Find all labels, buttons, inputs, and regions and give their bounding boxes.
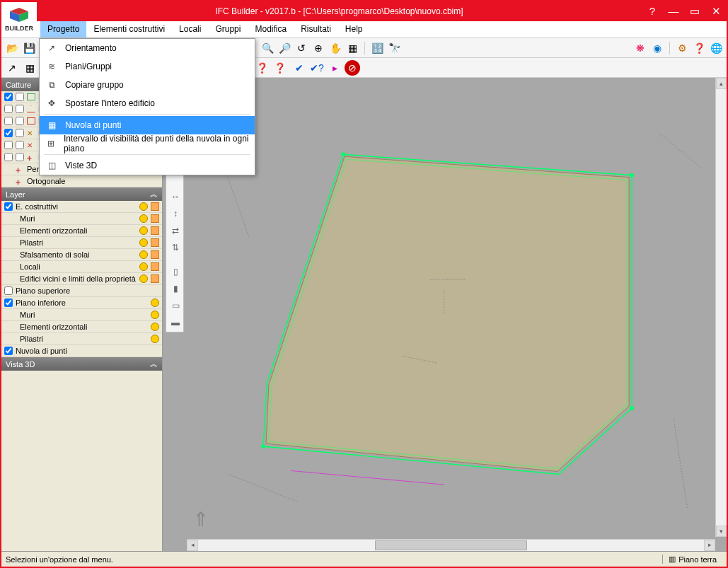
- layer-cube-icon[interactable]: [151, 238, 159, 247]
- dropdown-item[interactable]: ≋Piani/Gruppi: [40, 57, 255, 76]
- dropdown-item[interactable]: ↗Orientamento: [40, 39, 255, 57]
- catture-checkbox-a[interactable]: [4, 153, 13, 161]
- menu-help[interactable]: Help: [338, 21, 370, 37]
- pan-button[interactable]: ✋: [328, 40, 343, 56]
- layer-row[interactable]: Muri: [1, 213, 162, 225]
- layer-row[interactable]: Piano superiore: [1, 285, 162, 297]
- catture-checkbox-b[interactable]: [16, 141, 24, 149]
- viewport-tool-button[interactable]: ⇄: [168, 224, 183, 238]
- visibility-dot-icon[interactable]: [151, 311, 159, 319]
- layer-row[interactable]: Edifici vicini e limiti della proprietà: [1, 273, 162, 285]
- catture-checkbox-a[interactable]: [4, 117, 13, 125]
- catture-checkbox-a[interactable]: [4, 105, 13, 113]
- viewport-tool-button[interactable]: ↕: [168, 207, 183, 221]
- menu-risultati[interactable]: Risultati: [294, 21, 338, 37]
- dropdown-item[interactable]: ⊞Intervallo di visibilità dei punti dell…: [40, 134, 255, 153]
- zoom-extents-button[interactable]: ⊕: [311, 40, 326, 56]
- save-button[interactable]: 💾: [21, 40, 37, 56]
- layers-button[interactable]: ▦: [22, 60, 37, 76]
- layer-row[interactable]: Nuvola di punti: [1, 345, 162, 357]
- dropdown-item[interactable]: ✥Spostare l'intero edificio: [40, 94, 255, 112]
- floor-indicator[interactable]: ▥ Piano terra: [662, 555, 722, 564]
- layer-header[interactable]: Layer︽: [1, 187, 162, 201]
- orient-button[interactable]: ↗: [4, 60, 20, 76]
- flag-button[interactable]: ▸: [327, 60, 342, 76]
- catture-checkbox-b[interactable]: [16, 105, 24, 113]
- qmark2-button[interactable]: ❓: [272, 60, 287, 76]
- catture-checkbox-a[interactable]: [4, 141, 13, 149]
- catture-checkbox-b[interactable]: [16, 117, 24, 125]
- drawing-canvas[interactable]: ⇑: [187, 78, 715, 537]
- layer-cube-icon[interactable]: [151, 214, 159, 223]
- visibility-dot-icon[interactable]: [151, 335, 159, 343]
- layer-cube-icon[interactable]: [151, 202, 159, 211]
- visibility-dot-icon[interactable]: [139, 262, 148, 271]
- vista3d-header[interactable]: Vista 3D︽: [1, 357, 162, 371]
- scroll-right-icon[interactable]: ▸: [704, 540, 715, 551]
- scroll-track[interactable]: [198, 540, 704, 551]
- viewport-tool-button[interactable]: ▮: [168, 282, 183, 296]
- visibility-dot-icon[interactable]: [151, 299, 159, 307]
- layer-cube-icon[interactable]: [151, 262, 159, 271]
- scroll-thumb[interactable]: [375, 540, 527, 550]
- check-q-button[interactable]: ✔?: [309, 60, 325, 76]
- catture-checkbox-b[interactable]: [16, 153, 24, 161]
- visibility-dot-icon[interactable]: [151, 323, 159, 331]
- qmark1-button[interactable]: ❓: [254, 60, 270, 76]
- find-button[interactable]: 🔭: [386, 40, 402, 56]
- layer-row[interactable]: Pilastri: [1, 237, 162, 249]
- minimize-button[interactable]: —: [663, 1, 684, 21]
- scrollbar-horizontal[interactable]: ◂ ▸: [187, 539, 715, 551]
- dropdown-item[interactable]: ◫Viste 3D: [40, 156, 255, 175]
- open-button[interactable]: 📂: [4, 40, 20, 56]
- visibility-dot-icon[interactable]: [139, 250, 148, 259]
- catture-checkbox-a[interactable]: [4, 129, 13, 137]
- menu-gruppi[interactable]: Gruppi: [208, 21, 248, 37]
- catture-checkbox-a[interactable]: [4, 93, 13, 101]
- menu-modifica[interactable]: Modifica: [248, 21, 294, 37]
- titlebar-help-button[interactable]: ?: [642, 1, 663, 21]
- config-b-button[interactable]: ◉: [649, 40, 665, 56]
- viewport-tool-button[interactable]: ⇅: [168, 240, 183, 255]
- layer-row[interactable]: E. costruttivi: [1, 201, 162, 213]
- menu-locali[interactable]: Locali: [172, 21, 208, 37]
- layer-cube-icon[interactable]: [151, 274, 159, 283]
- layer-checkbox[interactable]: [4, 347, 13, 355]
- visibility-dot-icon[interactable]: [139, 214, 148, 223]
- visibility-dot-icon[interactable]: [139, 226, 148, 235]
- maximize-button[interactable]: ▭: [684, 1, 705, 21]
- layer-row[interactable]: Pilastri: [1, 333, 162, 345]
- settings-button[interactable]: ⚙: [674, 40, 690, 56]
- help-button[interactable]: ❓: [691, 40, 707, 56]
- viewport-tool-button[interactable]: ▭: [168, 299, 183, 313]
- viewport-tool-button[interactable]: ▯: [168, 265, 183, 279]
- layer-row[interactable]: Elementi orizzontali: [1, 321, 162, 333]
- web-button[interactable]: 🌐: [708, 40, 724, 56]
- refresh-zoom-button[interactable]: ↺: [294, 40, 309, 56]
- menu-elementi[interactable]: Elementi costruttivi: [86, 21, 172, 37]
- layer-row[interactable]: Piano inferiore: [1, 297, 162, 309]
- layer-checkbox[interactable]: [4, 286, 13, 295]
- layer-row[interactable]: Elementi orizzontali: [1, 225, 162, 237]
- scrollbar-vertical[interactable]: ▴ ▾: [715, 78, 727, 537]
- zoom-button[interactable]: 🔍: [260, 40, 275, 56]
- grid-button[interactable]: ▦: [345, 40, 360, 56]
- layer-checkbox[interactable]: [4, 299, 13, 307]
- config-a-button[interactable]: ❋: [632, 40, 648, 56]
- visibility-dot-icon[interactable]: [139, 274, 148, 283]
- layer-checkbox[interactable]: [4, 202, 13, 211]
- catture-row[interactable]: +Ortogonale: [1, 175, 162, 187]
- menu-progetto[interactable]: Progetto: [40, 21, 86, 37]
- viewport-tool-button[interactable]: ↔: [168, 190, 183, 204]
- layer-row[interactable]: Muri: [1, 309, 162, 321]
- layer-row[interactable]: Sfalsamento di solai: [1, 249, 162, 261]
- layer-cube-icon[interactable]: [151, 226, 159, 235]
- layer-row[interactable]: Locali: [1, 261, 162, 273]
- stop-button[interactable]: ⊘: [345, 60, 360, 76]
- scroll-up-icon[interactable]: ▴: [716, 78, 727, 89]
- layer-cube-icon[interactable]: [151, 250, 159, 259]
- close-button[interactable]: ✕: [705, 1, 727, 21]
- check-button[interactable]: ✔: [291, 60, 307, 76]
- dropdown-item[interactable]: ▦Nuvola di punti: [40, 116, 255, 134]
- catture-checkbox-b[interactable]: [16, 129, 24, 137]
